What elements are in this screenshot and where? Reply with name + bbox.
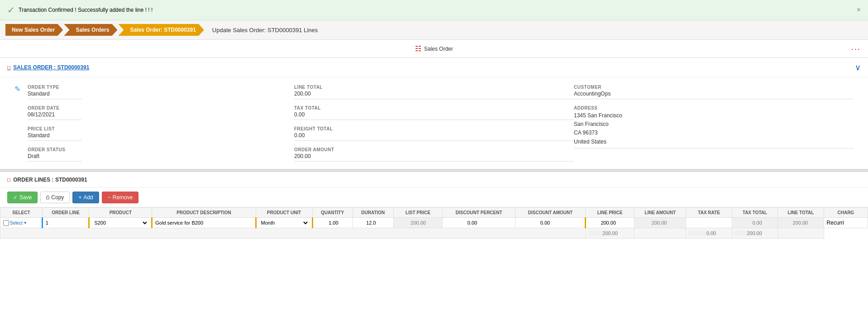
col-select: SELECT xyxy=(0,208,43,218)
cell-order-line[interactable] xyxy=(42,218,89,228)
cell-product-description[interactable] xyxy=(152,218,256,228)
add-label: Add xyxy=(83,194,93,201)
summary-line-total xyxy=(735,230,762,236)
select-dropdown-button[interactable]: Select ▼ xyxy=(10,221,27,226)
col-product: PRODUCT xyxy=(89,208,152,218)
so-collapse-chevron[interactable]: ∨ xyxy=(855,62,861,72)
cell-duration[interactable] xyxy=(353,218,393,228)
col-duration: DURATION xyxy=(353,208,393,218)
duration-input[interactable] xyxy=(356,220,376,226)
success-banner: ✓ Transaction Confirmed ! Successfully a… xyxy=(0,0,868,20)
freight-total-value: 0.00 xyxy=(294,132,574,141)
cell-quantity[interactable] xyxy=(312,218,353,228)
table-header-row: SELECT ORDER LINE PRODUCT PRODUCT DESCRI… xyxy=(0,208,868,218)
address-value: 1345 San FranciscoSan FranciscoCA 96373U… xyxy=(574,111,854,149)
order-lines-section: □ ORDER LINES : STD0000391 ✓ Save ⎙ Copy… xyxy=(0,169,868,239)
remove-icon: − xyxy=(108,194,111,201)
line-total-label: LINE TOTAL xyxy=(294,85,574,90)
table-row: Select ▼ S200 S100 S300 xyxy=(0,218,868,228)
order-details: ✎ ORDER TYPE Standard ORDER DATE 08/12/2… xyxy=(0,77,868,169)
order-status-label: ORDER STATUS xyxy=(28,147,82,152)
save-label: Save xyxy=(19,194,32,201)
cell-product[interactable]: S200 S100 S300 xyxy=(89,218,152,228)
price-list-row: PRICE LIST Standard xyxy=(28,126,82,141)
remove-button[interactable]: − Remove xyxy=(102,192,139,203)
address-row: ADDRESS 1345 San FranciscoSan FranciscoC… xyxy=(574,106,854,149)
copy-icon: ⎙ xyxy=(46,194,49,201)
copy-button[interactable]: ⎙ Copy xyxy=(40,192,70,203)
add-button[interactable]: + Add xyxy=(72,192,99,203)
tax-total-row: TAX TOTAL 0.00 xyxy=(294,106,574,120)
banner-close-button[interactable]: × xyxy=(857,6,861,14)
col-charge: CHARG xyxy=(824,208,868,218)
order-details-right: CUSTOMER AccountingOps ADDRESS 1345 San … xyxy=(574,85,854,162)
page-options-row: ☷ Sales Order ··· xyxy=(0,40,868,58)
breadcrumb-sales-order-detail[interactable]: Sales Order: STD0000391 xyxy=(118,24,204,36)
order-date-value: 08/12/2021 xyxy=(28,111,82,120)
freight-total-label: FREIGHT TOTAL xyxy=(294,126,574,131)
cell-tax-total xyxy=(732,218,777,228)
order-line-input[interactable] xyxy=(46,220,64,226)
success-icon: ✓ xyxy=(7,5,15,15)
select-arrow-icon: ▼ xyxy=(24,221,27,225)
discount-percent-input[interactable] xyxy=(445,220,477,226)
summary-line-amount-cell xyxy=(586,228,634,239)
order-date-row: ORDER DATE 08/12/2021 xyxy=(28,106,82,120)
price-list-value: Standard xyxy=(28,132,82,141)
so-icon: □ xyxy=(7,64,10,71)
cell-discount-amount[interactable] xyxy=(515,218,586,228)
row-checkbox[interactable] xyxy=(3,220,9,226)
breadcrumb-sales-orders[interactable]: Sales Orders xyxy=(64,24,117,36)
tax-total-input xyxy=(735,220,762,226)
cell-discount-percent[interactable] xyxy=(443,218,515,228)
edit-icon[interactable]: ✎ xyxy=(14,85,20,93)
cell-line-price[interactable] xyxy=(586,218,634,228)
list-price-input xyxy=(396,220,426,226)
price-list-label: PRICE LIST xyxy=(28,126,82,131)
add-icon: + xyxy=(78,194,81,201)
col-line-total: LINE TOTAL xyxy=(778,208,824,218)
order-details-middle: LINE TOTAL 200.00 TAX TOTAL 0.00 FREIGHT… xyxy=(294,85,574,162)
breadcrumb-new-sales-order[interactable]: New Sales Order xyxy=(5,24,63,36)
line-price-input[interactable] xyxy=(589,220,616,226)
toolbar: ✓ Save ⎙ Copy + Add − Remove xyxy=(0,188,868,207)
col-line-amount: LINE AMOUNT xyxy=(634,208,686,218)
discount-amount-input[interactable] xyxy=(518,220,550,226)
tax-total-value: 0.00 xyxy=(294,111,574,120)
order-lines-header: □ ORDER LINES : STD0000391 xyxy=(0,172,868,188)
ol-icon: □ xyxy=(7,177,10,183)
cell-select: Select ▼ xyxy=(0,218,43,228)
sales-order-title[interactable]: □ SALES ORDER : STD0000391 xyxy=(7,64,89,71)
order-status-row: ORDER STATUS Draft xyxy=(28,147,82,162)
summary-spacer xyxy=(634,228,686,239)
tax-rate-input[interactable] xyxy=(689,220,716,226)
product-unit-select[interactable]: Month Year Day Week xyxy=(259,220,309,226)
summary-tax-total xyxy=(689,230,716,236)
success-text: Transaction Confirmed ! Successfully add… xyxy=(19,7,153,13)
order-details-left: ✎ ORDER TYPE Standard ORDER DATE 08/12/2… xyxy=(14,85,294,162)
product-select[interactable]: S200 S100 S300 xyxy=(92,220,148,226)
order-lines-table: SELECT ORDER LINE PRODUCT PRODUCT DESCRI… xyxy=(0,207,868,239)
customer-value: AccountingOps xyxy=(574,91,854,99)
charge-value: Recurri xyxy=(827,220,844,226)
order-type-label: ORDER TYPE xyxy=(28,85,82,90)
col-tax-total: TAX TOTAL xyxy=(732,208,777,218)
grid-icon: ☷ xyxy=(415,44,421,53)
quantity-input[interactable] xyxy=(316,220,339,226)
line-total-input xyxy=(781,220,808,226)
breadcrumb-page-label: Update Sales Order: STD0000391 Lines xyxy=(212,27,318,34)
cell-product-unit[interactable]: Month Year Day Week xyxy=(256,218,312,228)
col-order-line: ORDER LINE xyxy=(42,208,89,218)
order-date-label: ORDER DATE xyxy=(28,106,82,110)
save-button[interactable]: ✓ Save xyxy=(7,192,38,203)
page-title-text: Sales Order xyxy=(424,46,453,52)
cell-list-price xyxy=(393,218,442,228)
summary-charge-cell xyxy=(778,228,824,239)
product-description-input[interactable] xyxy=(155,220,223,226)
order-amount-row: ORDER AMOUNT 200.00 xyxy=(294,147,574,162)
success-message: ✓ Transaction Confirmed ! Successfully a… xyxy=(7,5,153,15)
page-title: ☷ Sales Order xyxy=(415,44,453,53)
options-dots[interactable]: ··· xyxy=(851,44,861,54)
customer-label: CUSTOMER xyxy=(574,85,854,90)
cell-tax-rate[interactable] xyxy=(686,218,732,228)
